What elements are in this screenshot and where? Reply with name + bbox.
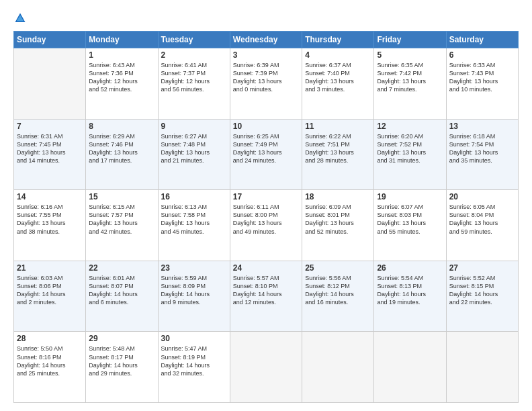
day-of-week-header: Sunday bbox=[14, 32, 86, 48]
day-info: Sunrise: 6:39 AM Sunset: 7:39 PM Dayligh… bbox=[233, 61, 299, 94]
day-number: 19 bbox=[377, 192, 443, 201]
calendar-cell: 17Sunrise: 6:11 AM Sunset: 8:00 PM Dayli… bbox=[230, 190, 302, 261]
day-info: Sunrise: 5:52 AM Sunset: 8:15 PM Dayligh… bbox=[449, 274, 515, 307]
day-info: Sunrise: 6:29 AM Sunset: 7:46 PM Dayligh… bbox=[89, 132, 154, 165]
calendar-cell: 13Sunrise: 6:18 AM Sunset: 7:54 PM Dayli… bbox=[446, 119, 518, 190]
calendar-week-row: 7Sunrise: 6:31 AM Sunset: 7:45 PM Daylig… bbox=[14, 119, 519, 190]
day-number: 5 bbox=[377, 50, 443, 60]
day-number: 20 bbox=[449, 192, 515, 201]
day-number: 30 bbox=[161, 334, 227, 343]
day-number: 24 bbox=[233, 263, 299, 273]
day-of-week-header: Thursday bbox=[302, 32, 374, 48]
calendar-cell bbox=[14, 48, 86, 120]
calendar-cell: 2Sunrise: 6:41 AM Sunset: 7:37 PM Daylig… bbox=[158, 48, 230, 120]
day-of-week-header: Saturday bbox=[446, 32, 518, 48]
calendar-week-row: 28Sunrise: 5:50 AM Sunset: 8:16 PM Dayli… bbox=[14, 332, 519, 403]
calendar-cell: 8Sunrise: 6:29 AM Sunset: 7:46 PM Daylig… bbox=[86, 119, 158, 190]
day-info: Sunrise: 6:13 AM Sunset: 7:58 PM Dayligh… bbox=[161, 203, 227, 236]
calendar-cell: 25Sunrise: 5:56 AM Sunset: 8:12 PM Dayli… bbox=[302, 261, 374, 332]
day-number: 11 bbox=[305, 122, 371, 131]
day-info: Sunrise: 5:56 AM Sunset: 8:12 PM Dayligh… bbox=[305, 274, 371, 307]
day-info: Sunrise: 6:31 AM Sunset: 7:45 PM Dayligh… bbox=[17, 132, 83, 165]
day-info: Sunrise: 6:18 AM Sunset: 7:54 PM Dayligh… bbox=[449, 132, 515, 165]
day-number: 26 bbox=[377, 263, 443, 273]
page: SundayMondayTuesdayWednesdayThursdayFrid… bbox=[0, 0, 532, 411]
day-info: Sunrise: 6:16 AM Sunset: 7:55 PM Dayligh… bbox=[17, 203, 83, 236]
day-info: Sunrise: 5:59 AM Sunset: 8:09 PM Dayligh… bbox=[161, 274, 227, 307]
day-number: 22 bbox=[89, 263, 154, 273]
calendar: SundayMondayTuesdayWednesdayThursdayFrid… bbox=[13, 31, 519, 403]
day-number: 1 bbox=[89, 50, 154, 60]
day-info: Sunrise: 6:41 AM Sunset: 7:37 PM Dayligh… bbox=[161, 61, 227, 94]
day-info: Sunrise: 6:09 AM Sunset: 8:01 PM Dayligh… bbox=[305, 203, 371, 236]
day-info: Sunrise: 6:27 AM Sunset: 7:48 PM Dayligh… bbox=[161, 132, 227, 165]
day-number: 2 bbox=[161, 50, 227, 60]
calendar-cell: 10Sunrise: 6:25 AM Sunset: 7:49 PM Dayli… bbox=[230, 119, 302, 190]
day-number: 25 bbox=[305, 263, 371, 273]
calendar-cell: 12Sunrise: 6:20 AM Sunset: 7:52 PM Dayli… bbox=[374, 119, 446, 190]
day-number: 21 bbox=[17, 263, 83, 273]
day-number: 15 bbox=[89, 192, 154, 201]
day-info: Sunrise: 5:47 AM Sunset: 8:19 PM Dayligh… bbox=[161, 345, 227, 377]
calendar-cell: 6Sunrise: 6:33 AM Sunset: 7:43 PM Daylig… bbox=[446, 48, 518, 120]
calendar-cell: 23Sunrise: 5:59 AM Sunset: 8:09 PM Dayli… bbox=[158, 261, 230, 332]
calendar-cell: 7Sunrise: 6:31 AM Sunset: 7:45 PM Daylig… bbox=[14, 119, 86, 190]
day-info: Sunrise: 5:57 AM Sunset: 8:10 PM Dayligh… bbox=[233, 274, 299, 307]
day-number: 6 bbox=[449, 50, 515, 60]
calendar-cell: 11Sunrise: 6:22 AM Sunset: 7:51 PM Dayli… bbox=[302, 119, 374, 190]
day-info: Sunrise: 6:43 AM Sunset: 7:36 PM Dayligh… bbox=[89, 61, 154, 94]
day-info: Sunrise: 6:25 AM Sunset: 7:49 PM Dayligh… bbox=[233, 132, 299, 165]
calendar-cell: 28Sunrise: 5:50 AM Sunset: 8:16 PM Dayli… bbox=[14, 332, 86, 403]
day-info: Sunrise: 5:50 AM Sunset: 8:16 PM Dayligh… bbox=[17, 345, 83, 377]
calendar-week-row: 1Sunrise: 6:43 AM Sunset: 7:36 PM Daylig… bbox=[14, 48, 519, 120]
day-of-week-header: Friday bbox=[374, 32, 446, 48]
day-info: Sunrise: 6:20 AM Sunset: 7:52 PM Dayligh… bbox=[377, 132, 443, 165]
calendar-cell: 26Sunrise: 5:54 AM Sunset: 8:13 PM Dayli… bbox=[374, 261, 446, 332]
day-number: 13 bbox=[449, 122, 515, 131]
calendar-cell: 18Sunrise: 6:09 AM Sunset: 8:01 PM Dayli… bbox=[302, 190, 374, 261]
day-number: 9 bbox=[161, 122, 227, 131]
calendar-cell: 5Sunrise: 6:35 AM Sunset: 7:42 PM Daylig… bbox=[374, 48, 446, 120]
day-info: Sunrise: 5:54 AM Sunset: 8:13 PM Dayligh… bbox=[377, 274, 443, 307]
calendar-cell: 22Sunrise: 6:01 AM Sunset: 8:07 PM Dayli… bbox=[86, 261, 158, 332]
calendar-cell: 19Sunrise: 6:07 AM Sunset: 8:03 PM Dayli… bbox=[374, 190, 446, 261]
day-info: Sunrise: 6:15 AM Sunset: 7:57 PM Dayligh… bbox=[89, 203, 154, 236]
day-info: Sunrise: 6:37 AM Sunset: 7:40 PM Dayligh… bbox=[305, 61, 371, 94]
day-number: 10 bbox=[233, 122, 299, 131]
header bbox=[13, 12, 519, 24]
day-number: 23 bbox=[161, 263, 227, 273]
day-number: 3 bbox=[233, 50, 299, 60]
day-of-week-header: Wednesday bbox=[230, 32, 302, 48]
day-number: 14 bbox=[17, 192, 83, 201]
day-number: 29 bbox=[89, 334, 154, 343]
day-info: Sunrise: 5:48 AM Sunset: 8:17 PM Dayligh… bbox=[89, 345, 154, 377]
calendar-week-row: 14Sunrise: 6:16 AM Sunset: 7:55 PM Dayli… bbox=[14, 190, 519, 261]
calendar-cell: 4Sunrise: 6:37 AM Sunset: 7:40 PM Daylig… bbox=[302, 48, 374, 120]
day-of-week-header: Monday bbox=[86, 32, 158, 48]
calendar-cell bbox=[302, 332, 374, 403]
day-info: Sunrise: 6:33 AM Sunset: 7:43 PM Dayligh… bbox=[449, 61, 515, 94]
calendar-cell bbox=[374, 332, 446, 403]
day-number: 17 bbox=[233, 192, 299, 201]
calendar-cell: 27Sunrise: 5:52 AM Sunset: 8:15 PM Dayli… bbox=[446, 261, 518, 332]
calendar-header-row: SundayMondayTuesdayWednesdayThursdayFrid… bbox=[14, 32, 519, 48]
calendar-week-row: 21Sunrise: 6:03 AM Sunset: 8:06 PM Dayli… bbox=[14, 261, 519, 332]
day-info: Sunrise: 6:05 AM Sunset: 8:04 PM Dayligh… bbox=[449, 203, 515, 236]
calendar-cell: 15Sunrise: 6:15 AM Sunset: 7:57 PM Dayli… bbox=[86, 190, 158, 261]
calendar-cell: 1Sunrise: 6:43 AM Sunset: 7:36 PM Daylig… bbox=[86, 48, 158, 120]
logo-icon bbox=[14, 12, 26, 24]
logo-text bbox=[13, 12, 27, 24]
calendar-cell: 24Sunrise: 5:57 AM Sunset: 8:10 PM Dayli… bbox=[230, 261, 302, 332]
calendar-cell: 29Sunrise: 5:48 AM Sunset: 8:17 PM Dayli… bbox=[86, 332, 158, 403]
day-number: 16 bbox=[161, 192, 227, 201]
calendar-cell: 14Sunrise: 6:16 AM Sunset: 7:55 PM Dayli… bbox=[14, 190, 86, 261]
calendar-cell: 20Sunrise: 6:05 AM Sunset: 8:04 PM Dayli… bbox=[446, 190, 518, 261]
calendar-cell bbox=[446, 332, 518, 403]
calendar-cell: 30Sunrise: 5:47 AM Sunset: 8:19 PM Dayli… bbox=[158, 332, 230, 403]
day-info: Sunrise: 6:01 AM Sunset: 8:07 PM Dayligh… bbox=[89, 274, 154, 307]
day-info: Sunrise: 6:11 AM Sunset: 8:00 PM Dayligh… bbox=[233, 203, 299, 236]
day-info: Sunrise: 6:35 AM Sunset: 7:42 PM Dayligh… bbox=[377, 61, 443, 94]
calendar-cell: 21Sunrise: 6:03 AM Sunset: 8:06 PM Dayli… bbox=[14, 261, 86, 332]
day-number: 8 bbox=[89, 122, 154, 131]
calendar-cell: 16Sunrise: 6:13 AM Sunset: 7:58 PM Dayli… bbox=[158, 190, 230, 261]
